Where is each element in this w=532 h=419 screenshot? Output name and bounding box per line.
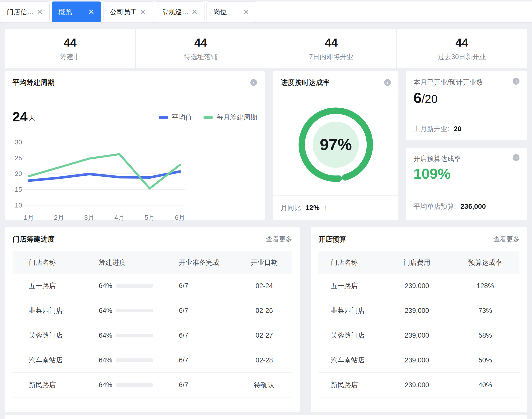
- stat-label: 7日内即将开业: [309, 52, 353, 61]
- legend-swatch: [159, 116, 168, 119]
- progress-cell: 64%: [82, 356, 166, 364]
- column-header: 筹建进度: [82, 258, 166, 267]
- close-icon[interactable]: ✕: [243, 8, 249, 16]
- column-header: 门店名称: [13, 258, 82, 267]
- line-chart: 30252015101月2月3月4月5月6月: [13, 123, 257, 224]
- open-date: 02-28: [236, 356, 292, 364]
- store-cost: 239,000: [383, 307, 451, 315]
- avg-cycle-card-header: 平均筹建周期 i: [5, 71, 265, 94]
- budget-rate-value: 109%: [406, 163, 527, 182]
- info-icon[interactable]: i: [513, 154, 519, 161]
- svg-text:1月: 1月: [24, 214, 34, 221]
- tab[interactable]: 公司员工 ✕: [103, 2, 153, 22]
- budget-rate: 58%: [451, 332, 519, 339]
- budget-rate: 50%: [451, 356, 519, 364]
- store-name: 新民路店: [318, 380, 383, 389]
- progress-cell: 64%: [82, 282, 166, 290]
- chart-legend: 平均值 每月筹建周期: [159, 113, 257, 123]
- stat-item: 44 筹建中: [5, 29, 136, 68]
- opened-this-month-card: 本月已开业/预计开业数 i 6 /20 上月新开业: 20: [406, 71, 527, 140]
- table-row[interactable]: 汽车南站店 239,000 50%: [318, 348, 519, 373]
- progress-table-body: 五一路店 64% 6/7 02-24 韭菜园门店 64% 6/7 02-26: [13, 274, 292, 397]
- info-icon[interactable]: i: [513, 78, 519, 85]
- opened-card-title: 本月已开业/预计开业数: [413, 78, 483, 87]
- last-month-value: 20: [454, 125, 462, 133]
- table-row[interactable]: 汽车南站店 64% 6/7 02-28: [13, 348, 292, 373]
- tab[interactable]: 岗位 ✕: [206, 2, 256, 22]
- progress-bar: [116, 358, 153, 362]
- progress-cell: 64%: [82, 332, 166, 339]
- donut-body: 97%: [273, 94, 398, 195]
- mom-value: 12%: [305, 204, 320, 212]
- store-name: 汽车南站店: [13, 356, 82, 365]
- next-row-card-edge: [5, 415, 527, 419]
- budget-rate-footer: 平均单店预算: 236,000: [406, 193, 527, 220]
- prep-complete: 6/7: [166, 356, 236, 364]
- tab-label: 岗位: [213, 8, 227, 17]
- prep-complete: 6/7: [166, 381, 236, 389]
- last-month-label: 上月新开业:: [413, 124, 449, 133]
- progress-percent: 64%: [99, 307, 112, 315]
- close-icon[interactable]: ✕: [37, 8, 43, 16]
- table-row[interactable]: 芙蓉路门店 239,000 58%: [318, 323, 519, 348]
- info-icon[interactable]: i: [250, 79, 257, 86]
- progress-cell: 64%: [82, 381, 166, 389]
- table-row[interactable]: 五一路店 64% 6/7 02-24: [13, 274, 292, 298]
- stat-value: 44: [194, 36, 207, 49]
- table-row[interactable]: 新民路店 64% 6/7 待确认: [13, 373, 292, 397]
- open-date: 待确认: [236, 380, 292, 389]
- store-name: 芙蓉路门店: [318, 331, 383, 340]
- donut-chart: 97%: [294, 103, 377, 186]
- progress-percent: 64%: [99, 332, 112, 339]
- store-cost: 239,000: [383, 332, 451, 339]
- close-icon[interactable]: ✕: [88, 8, 94, 16]
- stat-value: 44: [64, 36, 76, 49]
- mom-label: 月同比: [281, 203, 301, 212]
- svg-text:20: 20: [15, 170, 22, 177]
- info-icon[interactable]: i: [384, 79, 391, 86]
- avg-budget-label: 平均单店预算:: [413, 202, 456, 211]
- tab-label: 公司员工: [110, 8, 137, 17]
- svg-text:3月: 3月: [84, 214, 94, 221]
- tab-label: 概览: [58, 8, 72, 17]
- budget-table: 门店名称 门店费用 预算达成率 五一路店 239,000 128% 韭菜园门店 …: [318, 251, 519, 397]
- progress-table-head: 门店筹建进度 查看更多: [5, 227, 300, 251]
- svg-text:6月: 6月: [175, 214, 185, 221]
- stat-item: 44 待选址落铺: [136, 29, 266, 68]
- budget-table-body: 五一路店 239,000 128% 韭菜园门店 239,000 73% 芙蓉路门…: [318, 274, 519, 397]
- svg-text:5月: 5月: [145, 214, 155, 221]
- progress-bar: [116, 309, 153, 312]
- store-name: 韭菜园门店: [318, 306, 383, 315]
- ontime-rate-card: 进度按时达成率 i 97% 月同比 12% ↑: [273, 71, 398, 220]
- table-row[interactable]: 新民路店 239,000 40%: [318, 373, 519, 397]
- open-date: 02-26: [236, 307, 292, 315]
- opening-budget-card: 开店预算 查看更多 门店名称 门店费用 预算达成率 五一路店 239,000 1…: [311, 227, 527, 412]
- tab[interactable]: 常规巡检门店... ✕: [155, 2, 204, 22]
- progress-table: 门店名称 筹建进度 开业准备完成 开业日期 五一路店 64% 6/7 02-24…: [13, 251, 292, 397]
- table-row[interactable]: 韭菜园门店 239,000 73%: [318, 298, 519, 323]
- legend-item[interactable]: 每月筹建周期: [203, 113, 257, 122]
- open-date: 02-27: [236, 332, 292, 339]
- progress-percent: 64%: [99, 282, 112, 290]
- budget-rate: 128%: [451, 282, 519, 290]
- construction-progress-card: 门店筹建进度 查看更多 门店名称 筹建进度 开业准备完成 开业日期 五一路店 6…: [5, 227, 300, 412]
- budget-table-title: 开店预算: [318, 235, 346, 244]
- close-icon[interactable]: ✕: [140, 8, 146, 16]
- tab[interactable]: 门店信息明细... ✕: [0, 2, 50, 22]
- tab[interactable]: 概览 ✕: [52, 2, 101, 22]
- view-more-link[interactable]: 查看更多: [493, 235, 519, 244]
- table-row[interactable]: 五一路店 239,000 128%: [318, 274, 519, 298]
- avg-cycle-card-title: 平均筹建周期: [13, 78, 55, 87]
- budget-table-head: 开店预算 查看更多: [311, 227, 527, 251]
- close-icon[interactable]: ✕: [191, 8, 198, 16]
- view-more-link[interactable]: 查看更多: [266, 235, 292, 244]
- table-row[interactable]: 芙蓉路门店 64% 6/7 02-27: [13, 323, 292, 348]
- legend-label: 平均值: [172, 113, 192, 122]
- progress-bar: [116, 284, 153, 288]
- svg-text:4月: 4月: [115, 214, 125, 221]
- column-header: 开业日期: [236, 258, 292, 267]
- ontime-card-header: 进度按时达成率 i: [273, 71, 398, 94]
- legend-item[interactable]: 平均值: [159, 113, 192, 122]
- table-row[interactable]: 韭菜园门店 64% 6/7 02-26: [13, 298, 292, 323]
- stat-label: 待选址落铺: [184, 52, 218, 61]
